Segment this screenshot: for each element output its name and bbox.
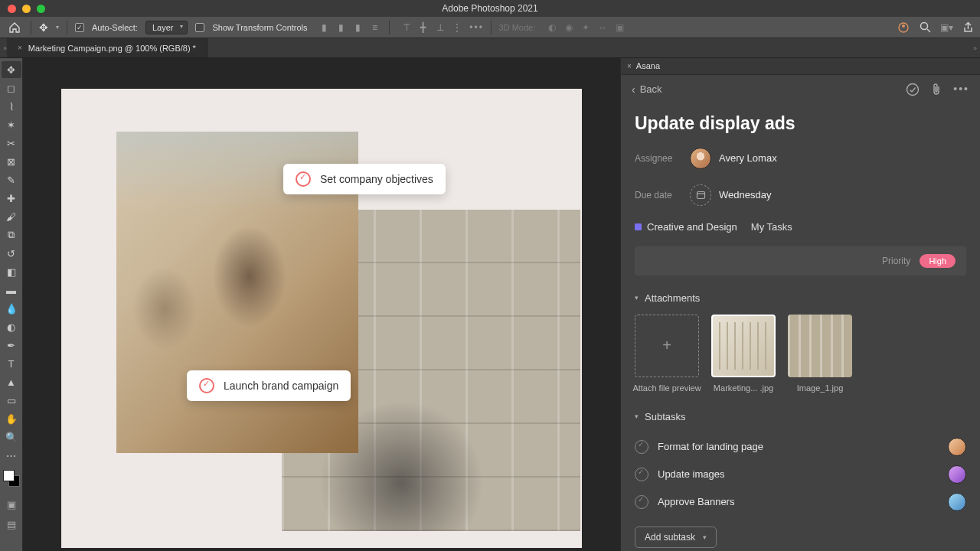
- three-d-roll-icon[interactable]: ◉: [563, 21, 575, 34]
- marquee-tool[interactable]: ◻: [2, 80, 21, 96]
- close-window-icon[interactable]: [8, 5, 16, 13]
- pen-tool[interactable]: ✒: [2, 337, 21, 354]
- document-tab[interactable]: × Marketing Campaign.png @ 100% (RGB/8) …: [7, 38, 207, 57]
- asana-panel-label: Asana: [636, 61, 660, 70]
- align-justify-icon[interactable]: ≡: [369, 21, 381, 34]
- assignee-avatar: [690, 148, 711, 169]
- tools-panel: ✥ ◻ ⌇ ✶ ✂ ⊠ ✎ ✚ 🖌 ⧉ ↺ ◧ ▬ 💧 ◐ ✒ T ▲ ▭ ✋ …: [0, 58, 23, 551]
- three-d-camera-icon[interactable]: ▣: [613, 21, 626, 34]
- subtask-check-icon[interactable]: [635, 495, 648, 509]
- svg-line-3: [927, 29, 930, 32]
- eyedropper-tool[interactable]: ✎: [2, 171, 21, 188]
- callout-label: Set company objectives: [320, 173, 433, 185]
- zoom-tool[interactable]: 🔍: [2, 429, 21, 445]
- color-swatch[interactable]: [3, 470, 20, 487]
- align-center-h-icon[interactable]: ▮: [335, 21, 348, 34]
- align-group: ▮ ▮ ▮ ≡: [318, 21, 381, 34]
- gradient-tool[interactable]: ▬: [2, 282, 21, 298]
- subtask-title: Format for landing page: [658, 441, 939, 452]
- close-panel-icon[interactable]: ×: [627, 62, 632, 70]
- back-button[interactable]: ‹ Back: [632, 83, 662, 96]
- canvas-area[interactable]: Set company objectives Launch brand camp…: [23, 58, 620, 551]
- subtask-item[interactable]: Update images: [635, 461, 966, 488]
- subtask-assignee-avatar[interactable]: [948, 493, 966, 511]
- cloud-docs-icon[interactable]: [897, 21, 910, 34]
- more-options-icon[interactable]: •••: [953, 83, 969, 96]
- project-tag-1[interactable]: Creative and Design: [635, 221, 737, 233]
- align-right-icon[interactable]: ▮: [352, 21, 364, 34]
- due-date-row[interactable]: Due date Wednesday: [635, 184, 966, 206]
- healing-brush-tool[interactable]: ✚: [2, 190, 21, 207]
- artboard[interactable]: Set company objectives Launch brand camp…: [61, 89, 582, 548]
- auto-select-checkbox[interactable]: ✓: [75, 23, 84, 32]
- mark-complete-icon[interactable]: [906, 83, 920, 96]
- home-button[interactable]: [6, 21, 23, 34]
- subtasks-label: Subtasks: [645, 411, 685, 422]
- add-subtask-button[interactable]: Add subtask ▾: [635, 527, 717, 548]
- asana-panel-tab[interactable]: × Asana: [621, 58, 980, 75]
- crop-tool[interactable]: ✂: [2, 135, 21, 152]
- subtasks-header[interactable]: ▾ Subtasks: [635, 411, 966, 422]
- frame-tool[interactable]: ⊠: [2, 153, 21, 170]
- more-align-icon[interactable]: •••: [471, 21, 483, 34]
- svg-point-4: [907, 83, 919, 95]
- auto-select-label: Auto-Select:: [92, 23, 138, 32]
- subtask-item[interactable]: Approve Banners: [635, 488, 966, 516]
- callout-objectives[interactable]: Set company objectives: [283, 164, 446, 194]
- align-bottom-icon[interactable]: ⊥: [434, 21, 446, 34]
- screen-mode-icon[interactable]: ▤: [2, 516, 21, 533]
- search-icon[interactable]: [919, 21, 931, 34]
- align-middle-icon[interactable]: ╋: [417, 21, 430, 34]
- project-tags: Creative and Design My Tasks: [635, 221, 966, 233]
- share-icon[interactable]: [962, 21, 974, 34]
- move-tool-icon: ✥: [39, 21, 48, 34]
- asana-header: ‹ Back •••: [621, 75, 980, 104]
- subtask-assignee-avatar[interactable]: [948, 438, 966, 456]
- path-select-tool[interactable]: ▲: [2, 373, 21, 390]
- close-tab-icon[interactable]: ×: [18, 44, 22, 52]
- auto-select-dropdown[interactable]: Layer: [145, 21, 188, 34]
- due-date-label: Due date: [635, 190, 690, 201]
- subtask-check-icon[interactable]: [635, 468, 648, 481]
- type-tool[interactable]: T: [2, 355, 21, 372]
- distribute-icon[interactable]: ⋮: [451, 21, 463, 34]
- align-top-icon[interactable]: ⊤: [400, 21, 413, 34]
- attachment-icon[interactable]: [930, 83, 942, 96]
- history-brush-tool[interactable]: ↺: [2, 245, 21, 262]
- back-label: Back: [640, 83, 662, 95]
- subtask-check-icon[interactable]: [635, 440, 648, 454]
- rectangle-tool[interactable]: ▭: [2, 392, 21, 409]
- three-d-slide-icon[interactable]: ↔: [596, 21, 609, 34]
- dodge-tool[interactable]: ◐: [2, 318, 21, 335]
- show-transform-checkbox[interactable]: .: [195, 23, 204, 32]
- quick-mask-icon[interactable]: ▣: [2, 496, 21, 513]
- zoom-window-icon[interactable]: [37, 5, 45, 13]
- attachment-item[interactable]: Marketing... .jpg: [711, 315, 776, 393]
- subtask-item[interactable]: Format for landing page: [635, 433, 966, 461]
- minimize-window-icon[interactable]: [22, 5, 31, 13]
- attachments-header[interactable]: ▾ Attachments: [635, 292, 966, 304]
- three-d-pan-icon[interactable]: ✦: [580, 21, 592, 34]
- subtask-assignee-avatar[interactable]: [948, 465, 966, 484]
- eraser-tool[interactable]: ◧: [2, 263, 21, 280]
- edit-toolbar-icon[interactable]: ⋯: [2, 447, 21, 464]
- assignee-row[interactable]: Assignee Avery Lomax: [635, 148, 966, 169]
- align-left-icon[interactable]: ▮: [318, 21, 331, 34]
- quick-select-tool[interactable]: ✶: [2, 116, 21, 133]
- blur-tool[interactable]: 💧: [2, 300, 21, 317]
- project-tag-2[interactable]: My Tasks: [751, 221, 792, 233]
- workspace-chooser-icon[interactable]: ▣▾: [940, 21, 952, 34]
- brush-tool[interactable]: 🖌: [2, 208, 21, 225]
- clone-stamp-tool[interactable]: ⧉: [2, 227, 21, 243]
- attachment-item[interactable]: Image_1.jpg: [788, 315, 852, 393]
- lasso-tool[interactable]: ⌇: [2, 98, 21, 115]
- panel-collapse-nub-icon[interactable]: »: [973, 44, 977, 52]
- tool-variant-chevron-icon[interactable]: ▾: [56, 24, 59, 31]
- priority-row[interactable]: Priority High: [635, 246, 966, 276]
- hand-tool[interactable]: ✋: [2, 410, 21, 427]
- three-d-orbit-icon[interactable]: ◐: [546, 21, 558, 34]
- chevron-down-icon: ▾: [635, 294, 639, 302]
- move-tool[interactable]: ✥: [2, 61, 21, 78]
- callout-campaign[interactable]: Launch brand campaign: [187, 370, 351, 401]
- add-attachment-button[interactable]: + Attach file preview: [635, 315, 699, 393]
